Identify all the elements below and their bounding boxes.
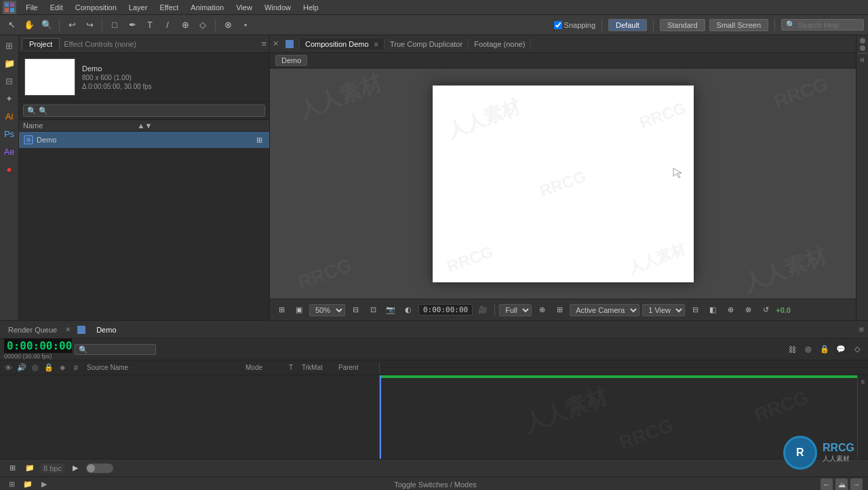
tc-keyframe-btn[interactable]: ◇ bbox=[850, 343, 864, 356]
viewer-layout-btn[interactable]: ⊞ bbox=[274, 303, 289, 318]
viewer-flow-btn[interactable]: ⊗ bbox=[741, 303, 755, 318]
viewer-close-icon[interactable]: ✕ bbox=[273, 39, 279, 48]
tc-lock-btn[interactable]: 🔒 bbox=[818, 343, 831, 356]
eraser-tool-btn[interactable]: ◇ bbox=[195, 18, 210, 33]
tc-search-input[interactable] bbox=[75, 344, 156, 355]
timeline-timecode[interactable]: 0:00:00:00 bbox=[4, 339, 72, 353]
search-field[interactable]: 🔍 bbox=[781, 19, 864, 31]
viewer-tab-composition[interactable]: Composition Demo ≡ bbox=[300, 39, 384, 50]
viewer-fit-btn[interactable]: ▣ bbox=[292, 303, 307, 318]
viewer-region-btn[interactable]: ⊡ bbox=[366, 303, 380, 318]
viewer-transparency-btn[interactable]: ⊕ bbox=[534, 303, 549, 318]
timeline-tab-close[interactable]: ✕ bbox=[65, 326, 71, 333]
menu-animation[interactable]: Animation bbox=[185, 2, 229, 13]
wm-4: RRCG bbox=[295, 255, 355, 294]
viewer-render-btn[interactable]: ⊟ bbox=[688, 303, 703, 318]
viewer-quality-select[interactable]: Full bbox=[499, 304, 532, 316]
sidebar-home-btn[interactable]: ⊞ bbox=[2, 38, 17, 53]
viewer-info-btn[interactable]: ⊕ bbox=[723, 303, 738, 318]
sort-arrows[interactable]: ▲▼ bbox=[138, 121, 250, 130]
bpc-label[interactable]: 8 bpc bbox=[41, 464, 64, 473]
panel-options-icon[interactable]: ≡ bbox=[261, 39, 267, 49]
sidebar-dot-2[interactable] bbox=[860, 45, 865, 51]
viewer-tab-true-comp[interactable]: True Comp Duplicator bbox=[384, 39, 469, 50]
menu-composition[interactable]: Composition bbox=[70, 2, 122, 13]
menu-help[interactable]: Help bbox=[298, 2, 324, 13]
viewer-pixel-btn[interactable]: ⊞ bbox=[552, 303, 567, 318]
roto-tool-btn[interactable]: ⊗ bbox=[220, 18, 235, 33]
sidebar-effects-btn[interactable]: ✦ bbox=[2, 91, 17, 106]
viewer-camera-select[interactable]: Active Camera bbox=[570, 304, 639, 316]
timeline-handle-icon[interactable]: ≡ bbox=[861, 378, 865, 385]
clone-tool-btn[interactable]: ⊕ bbox=[178, 18, 193, 33]
tc-comment-btn[interactable]: 💬 bbox=[834, 343, 848, 356]
workspace-default-btn[interactable]: Default bbox=[608, 19, 647, 31]
pen-tool-btn[interactable]: ✒ bbox=[125, 18, 140, 33]
viewer-tab-footage[interactable]: Footage (none) bbox=[469, 39, 531, 50]
toolbar-sep-4 bbox=[601, 19, 602, 31]
tc-solo-btn[interactable]: ◎ bbox=[802, 343, 815, 356]
comp-tab-options[interactable]: ≡ bbox=[374, 40, 378, 48]
workspace-standard-btn[interactable]: Standard bbox=[660, 19, 705, 31]
viewer-view-select[interactable]: 1 View bbox=[642, 304, 685, 316]
status-home-btn[interactable]: ⊞ bbox=[5, 478, 18, 491]
status-nav-right-btn[interactable]: → bbox=[850, 478, 863, 491]
sidebar-dot-1[interactable] bbox=[860, 38, 865, 43]
tc-folder-btn[interactable]: 📁 bbox=[23, 461, 37, 475]
breadcrumb-demo-btn[interactable]: Demo bbox=[275, 55, 307, 66]
undo-btn[interactable]: ↩ bbox=[64, 18, 79, 33]
select-tool-btn[interactable]: ↖ bbox=[4, 18, 19, 33]
viewer-grid-btn[interactable]: ⊟ bbox=[348, 303, 363, 318]
status-nav-mountain-btn[interactable]: ⛰ bbox=[835, 478, 848, 491]
project-search-input[interactable] bbox=[23, 105, 265, 117]
tc-comp-settings-btn[interactable]: ⊞ bbox=[5, 461, 19, 475]
status-folder-btn[interactable]: 📁 bbox=[22, 478, 34, 491]
project-panel: Project Effect Controls (none) ≡ Demo 80… bbox=[19, 35, 270, 320]
status-nav-left-btn[interactable]: ← bbox=[821, 478, 833, 491]
workspace-small-btn[interactable]: Small Screen bbox=[709, 19, 768, 31]
shape-rect-btn[interactable]: □ bbox=[107, 18, 122, 33]
menu-edit[interactable]: Edit bbox=[45, 2, 68, 13]
menu-layer[interactable]: Layer bbox=[123, 2, 153, 13]
render-queue-tab[interactable]: Render Queue bbox=[4, 325, 61, 335]
sidebar-illus-btn[interactable]: Ai bbox=[2, 109, 17, 124]
timeline-comp-tab[interactable]: Demo bbox=[92, 325, 120, 335]
viewer-zoom-select[interactable]: 50% bbox=[309, 304, 345, 316]
sidebar-ae-btn[interactable]: Ae bbox=[2, 144, 17, 159]
sidebar-comp-btn[interactable]: ⊟ bbox=[2, 73, 17, 88]
timeline-menu-icon[interactable]: ≡ bbox=[859, 324, 864, 335]
project-item-demo[interactable]: Demo ⊞ bbox=[19, 132, 269, 148]
tc-render-btn[interactable]: ▶ bbox=[68, 461, 82, 475]
menu-view[interactable]: View bbox=[231, 2, 258, 13]
right-sidebar-handle[interactable]: ≡ bbox=[859, 58, 867, 62]
text-tool-btn[interactable]: T bbox=[142, 18, 157, 33]
viewer-timecode[interactable]: 0:00:00:00 bbox=[418, 304, 473, 316]
viewer-tabs: ✕ Composition Demo ≡ True Comp Duplicato… bbox=[270, 35, 856, 53]
menu-file[interactable]: File bbox=[20, 2, 43, 13]
effect-controls-tab[interactable]: Effect Controls (none) bbox=[60, 40, 140, 48]
item-options-btn[interactable]: ⊞ bbox=[253, 134, 265, 146]
search-input[interactable] bbox=[798, 21, 859, 29]
zoom-tool-btn[interactable]: 🔍 bbox=[39, 18, 54, 33]
puppet-tool-btn[interactable]: ⋆ bbox=[238, 18, 253, 33]
viewer-reset-btn[interactable]: ↺ bbox=[758, 303, 773, 318]
sidebar-folder-btn[interactable]: 📁 bbox=[2, 56, 17, 71]
sidebar-ps-btn[interactable]: Ps bbox=[2, 126, 17, 141]
viewer-cam-btn[interactable]: 🎥 bbox=[475, 303, 490, 318]
redo-btn[interactable]: ↪ bbox=[82, 18, 97, 33]
preview-name[interactable]: Demo bbox=[82, 64, 152, 73]
menu-effect[interactable]: Effect bbox=[154, 2, 184, 13]
hand-tool-btn[interactable]: ✋ bbox=[22, 18, 37, 33]
brush-tool-btn[interactable]: / bbox=[160, 18, 175, 33]
menu-window[interactable]: Window bbox=[259, 2, 296, 13]
motion-blur-toggle[interactable] bbox=[86, 464, 113, 473]
project-tab[interactable]: Project bbox=[22, 38, 60, 50]
tc-chain-btn[interactable]: ⛓ bbox=[785, 343, 799, 356]
viewer-snapshot-btn[interactable]: 📷 bbox=[383, 303, 398, 318]
viewer-exposure-btn[interactable]: ◐ bbox=[401, 303, 416, 318]
timeline-content: 人人素材 RRCG RRCG ≡ bbox=[0, 375, 868, 459]
sidebar-red-btn[interactable]: ● bbox=[2, 162, 17, 176]
snapping-checkbox[interactable] bbox=[554, 21, 562, 29]
status-render-btn[interactable]: ▶ bbox=[38, 478, 50, 491]
viewer-color-btn[interactable]: ◧ bbox=[705, 303, 720, 318]
